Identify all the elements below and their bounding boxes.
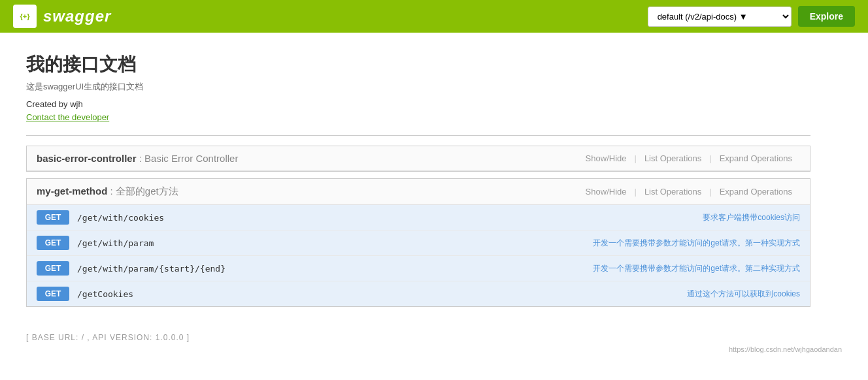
controller-actions-basic-error: Show/Hide | List Operations | Expand Ope… <box>578 153 800 163</box>
footer-base-url: [ BASE URL: / , API VERSION: 1.0.0.0 ] <box>0 326 868 345</box>
header-right: default (/v2/api-docs) ▼ Explore <box>648 6 855 27</box>
page-wrapper: {+} swagger default (/v2/api-docs) ▼ Exp… <box>0 0 868 380</box>
controller-block-my-get-method: my-get-method : 全部的get方法 Show/Hide | Lis… <box>26 178 810 307</box>
controller-title-my-get-method: my-get-method : 全部的get方法 <box>37 185 178 198</box>
endpoint-path-cookies: /get/with/cookies <box>77 213 703 223</box>
controllers-container: basic-error-controller : Basic Error Con… <box>26 146 810 307</box>
endpoint-desc-param-range: 开发一个需要携带参数才能访问的get请求。第二种实现方式 <box>593 263 800 274</box>
api-info: 我的接口文档 这是swaggerUI生成的接口文档 Created by wjh… <box>26 52 810 122</box>
list-ops-basic-error[interactable]: List Operations <box>637 153 709 163</box>
endpoint-desc-param: 开发一个需要携带参数才能访问的get请求。第一种实现方式 <box>593 238 800 249</box>
endpoint-path-getcookies: /getCookies <box>77 289 687 299</box>
explore-button[interactable]: Explore <box>798 6 855 27</box>
expand-ops-basic-error[interactable]: Expand Operations <box>712 153 800 163</box>
api-created-by: Created by wjh <box>26 99 810 109</box>
method-badge-get-cookies: GET <box>37 210 69 225</box>
base-url-text: [ BASE URL: / , API VERSION: 1.0.0.0 ] <box>26 333 190 342</box>
contact-developer-link[interactable]: Contact the developer <box>26 112 109 122</box>
endpoint-desc-getcookies: 通过这个方法可以获取到cookies <box>687 289 800 300</box>
endpoint-row-param[interactable]: GET /get/with/param 开发一个需要携带参数才能访问的get请求… <box>27 230 810 256</box>
swagger-logo: {+} <box>13 5 37 28</box>
controller-header-my-get-method: my-get-method : 全部的get方法 Show/Hide | Lis… <box>27 179 810 205</box>
controller-block-basic-error: basic-error-controller : Basic Error Con… <box>26 146 810 172</box>
list-ops-my-get-method[interactable]: List Operations <box>637 187 709 197</box>
show-hide-basic-error[interactable]: Show/Hide <box>578 153 635 163</box>
api-description: 这是swaggerUI生成的接口文档 <box>26 81 810 93</box>
method-badge-getcookies: GET <box>37 287 69 301</box>
endpoint-desc-cookies: 要求客户端携带cookies访问 <box>703 212 800 223</box>
method-badge-get-param: GET <box>37 236 69 250</box>
credit-text: https://blog.csdn.net/wjhgaodandan <box>729 345 842 353</box>
controller-name-my-get-method: my-get-method <box>37 185 107 197</box>
controller-actions-my-get-method: Show/Hide | List Operations | Expand Ope… <box>578 187 800 197</box>
controller-title-basic-error: basic-error-controller : Basic Error Con… <box>37 153 238 164</box>
show-hide-my-get-method[interactable]: Show/Hide <box>578 187 635 197</box>
method-badge-get-param-range: GET <box>37 261 69 276</box>
endpoint-path-param: /get/with/param <box>77 238 593 248</box>
controller-name-basic-error: basic-error-controller <box>37 153 137 164</box>
expand-ops-my-get-method[interactable]: Expand Operations <box>712 187 800 197</box>
endpoint-path-param-range: /get/with/param/{start}/{end} <box>77 264 593 274</box>
footer-credit: https://blog.csdn.net/wjhgaodandan <box>0 345 868 360</box>
section-divider <box>26 135 810 136</box>
swagger-title: swagger <box>43 7 111 25</box>
api-title: 我的接口文档 <box>26 52 810 77</box>
api-url-select[interactable]: default (/v2/api-docs) ▼ <box>648 7 792 27</box>
main-content: 我的接口文档 这是swaggerUI生成的接口文档 Created by wjh… <box>0 33 837 326</box>
endpoint-row-param-range[interactable]: GET /get/with/param/{start}/{end} 开发一个需要… <box>27 256 810 281</box>
header: {+} swagger default (/v2/api-docs) ▼ Exp… <box>0 0 868 33</box>
endpoint-row-getcookies[interactable]: GET /getCookies 通过这个方法可以获取到cookies <box>27 281 810 306</box>
endpoint-row-cookies[interactable]: GET /get/with/cookies 要求客户端携带cookies访问 <box>27 205 810 230</box>
logo-text: {+} <box>20 12 30 20</box>
controller-header-basic-error: basic-error-controller : Basic Error Con… <box>27 146 810 171</box>
header-left: {+} swagger <box>13 5 111 28</box>
